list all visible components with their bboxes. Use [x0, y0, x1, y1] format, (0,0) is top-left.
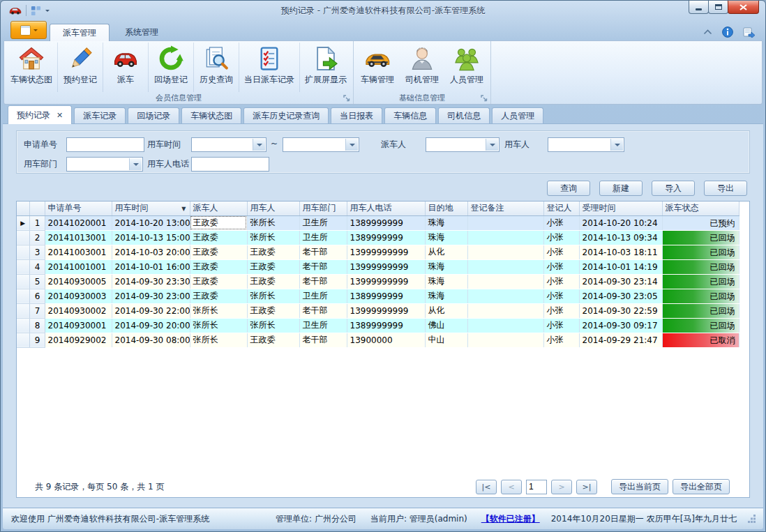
column-header[interactable]: 登记备注 — [467, 202, 543, 215]
table-row[interactable]: 7201409300022014-09-30 22:00张所长王政委老干部139… — [17, 303, 739, 318]
row-selector-cell[interactable] — [17, 333, 29, 347]
column-header[interactable]: 派车人 — [190, 202, 247, 215]
import-button[interactable]: 导入 — [652, 181, 695, 196]
row-selector-cell[interactable] — [17, 318, 29, 333]
close-button[interactable] — [728, 1, 759, 14]
column-header[interactable]: 用车人电话 — [347, 202, 425, 215]
cell-destination: 珠海 — [425, 230, 467, 245]
document-tab-label: 预约记录 — [17, 107, 50, 124]
column-header[interactable]: 目的地 — [425, 202, 467, 215]
document-tab[interactable]: 当日报表 — [331, 107, 382, 123]
ribbon-button-car-orange[interactable]: 车辆管理 — [355, 43, 400, 92]
phone-input[interactable] — [191, 157, 269, 172]
chevron-down-icon[interactable] — [345, 139, 358, 151]
chevron-down-icon[interactable] — [610, 139, 623, 151]
prev-page-button[interactable]: < — [501, 480, 522, 494]
cell-order_no: 20141020001 — [45, 215, 112, 230]
minimize-button[interactable] — [689, 1, 709, 14]
use-time-from-combo[interactable] — [191, 137, 266, 152]
dialog-launcher-icon[interactable] — [481, 95, 488, 102]
table-row[interactable]: 3201410030012014-10-03 20:00王政委王政委老干部139… — [17, 245, 739, 259]
dept-combo[interactable] — [66, 157, 143, 172]
app-menu-button[interactable] — [10, 21, 47, 39]
page-number-input[interactable] — [526, 480, 547, 494]
ribbon-button-screen-arrow[interactable]: 扩展屏显示 — [300, 43, 352, 92]
chevron-down-icon[interactable] — [253, 139, 265, 151]
column-header[interactable]: 申请单号 — [45, 202, 112, 215]
about-info-icon[interactable] — [722, 26, 733, 38]
cell-accept_time: 2014-10-01 14:19 — [579, 259, 662, 274]
document-tab[interactable]: 回场记录 — [128, 107, 179, 123]
column-header[interactable]: 用车人 — [247, 202, 299, 215]
table-row[interactable]: ▶1201410200012014-10-20 13:00王政委张所长卫生所13… — [17, 215, 739, 230]
export-button[interactable]: 导出 — [704, 181, 747, 196]
ribbon-button-car-red[interactable]: 派车 — [103, 43, 149, 92]
ribbon-button-history-search[interactable]: 历史查询 — [194, 43, 239, 92]
feedback-icon[interactable] — [743, 26, 755, 38]
ribbon-button-checklist[interactable]: 当日派车记录 — [239, 43, 300, 92]
row-selector-cell[interactable] — [17, 289, 29, 303]
layout-switcher-icon[interactable] — [31, 6, 41, 16]
document-tab[interactable]: 司机信息 — [438, 107, 490, 123]
cell-registrar: 小张 — [543, 303, 579, 318]
row-selector-cell[interactable] — [17, 245, 29, 259]
last-page-button[interactable]: >| — [576, 480, 597, 494]
quick-access-dropdown-icon[interactable] — [45, 10, 50, 14]
first-page-button[interactable]: |< — [476, 480, 497, 494]
ribbon-button-people[interactable]: 人员管理 — [444, 43, 489, 92]
ribbon-button-label: 扩展屏显示 — [305, 74, 347, 86]
ribbon-tab-dispatch[interactable]: 派车管理 — [50, 24, 110, 41]
new-button[interactable]: 新建 — [599, 181, 643, 196]
table-row[interactable]: 5201409300052014-09-30 23:30王政委王政委老干部139… — [17, 274, 739, 289]
document-tab[interactable]: 车辆状态图 — [181, 107, 241, 123]
current-row-marker-icon[interactable]: ▶ — [17, 215, 29, 230]
dialog-launcher-icon[interactable] — [343, 95, 350, 102]
export-current-page-button[interactable]: 导出当前页 — [611, 479, 668, 494]
row-selector-cell[interactable] — [17, 274, 29, 289]
table-row[interactable]: 8201409300012014-09-30 20:00张所长张所长卫生所138… — [17, 318, 739, 333]
column-header[interactable]: 用车时间▼ — [112, 202, 190, 215]
document-tab[interactable]: 派车记录 — [74, 107, 126, 123]
dispatcher-combo[interactable] — [426, 137, 500, 152]
license-registered-link[interactable]: 【软件已注册】 — [481, 513, 540, 525]
resize-grip-icon[interactable] — [748, 515, 756, 523]
ribbon-button-recycle[interactable]: 回场登记 — [149, 43, 194, 92]
table-row[interactable]: 9201409290022014-09-30 08:00张所长王政委老干部139… — [17, 333, 739, 347]
cell-status: 已回场 — [662, 274, 739, 289]
row-selector-cell[interactable] — [17, 303, 29, 318]
cell-remark — [467, 318, 543, 333]
document-tab[interactable]: 车辆信息 — [384, 107, 436, 123]
ribbon-tab-system[interactable]: 系统管理 — [112, 24, 171, 40]
cell-dept: 老干部 — [299, 303, 347, 318]
column-header[interactable]: 派车状态 — [662, 202, 739, 215]
user-combo[interactable] — [548, 137, 624, 152]
tab-close-icon[interactable]: ✕ — [57, 112, 63, 119]
table-row[interactable]: 4201410010012014-10-01 16:00王政委王政委老干部139… — [17, 259, 739, 274]
ribbon-button-house[interactable]: 车辆状态图 — [6, 43, 58, 92]
next-page-button[interactable]: > — [551, 480, 572, 494]
document-tab[interactable]: 人员管理 — [492, 107, 543, 123]
row-selector-cell[interactable] — [17, 230, 29, 245]
column-header[interactable]: 用车部门 — [299, 202, 347, 215]
table-row[interactable]: 2201410130012014-10-13 15:00王政委张所长卫生所138… — [17, 230, 739, 245]
row-selector-cell[interactable] — [17, 259, 29, 274]
document-tab[interactable]: 预约记录 ✕ — [8, 105, 72, 124]
cell-use_time: 2014-10-01 16:00 — [112, 259, 190, 274]
document-tab[interactable]: 派车历史记录查询 — [243, 107, 329, 123]
table-row[interactable]: 6201409300032014-09-30 23:00王政委张所长卫生所138… — [17, 289, 739, 303]
export-all-pages-button[interactable]: 导出全部页 — [673, 479, 730, 494]
column-header[interactable]: 登记人 — [543, 202, 579, 215]
collapse-ribbon-icon[interactable] — [703, 29, 712, 35]
column-header[interactable]: 受理时间 — [579, 202, 662, 215]
chevron-down-icon[interactable] — [486, 139, 498, 151]
maximize-button[interactable] — [708, 1, 728, 14]
chevron-down-icon[interactable] — [129, 158, 142, 170]
query-button[interactable]: 查询 — [547, 181, 590, 196]
sort-desc-icon: ▼ — [181, 206, 186, 212]
order-no-input[interactable] — [66, 137, 144, 152]
app-menu-dropdown-icon — [33, 29, 38, 33]
status-badge: 已回场 — [663, 289, 739, 303]
ribbon-button-pencil[interactable]: 预约登记 — [58, 43, 103, 92]
ribbon-button-driver[interactable]: 司机管理 — [400, 43, 444, 92]
use-time-to-combo[interactable] — [283, 137, 359, 152]
